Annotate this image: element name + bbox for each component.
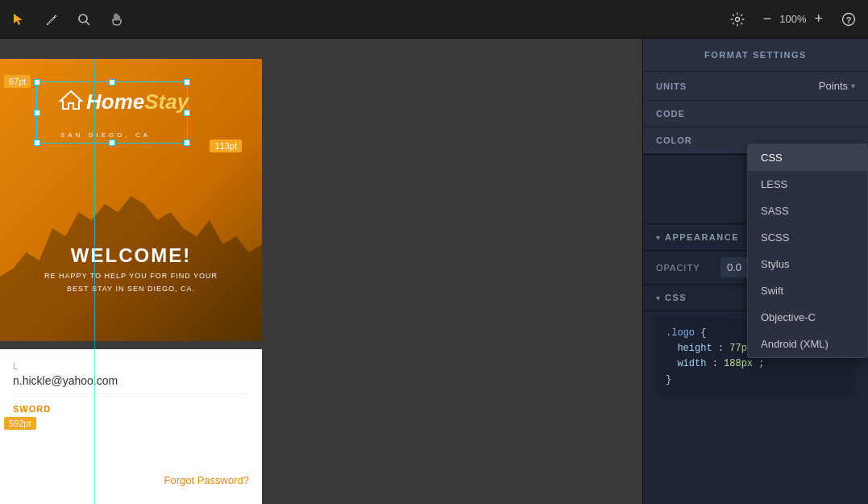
handle-tm[interactable] [109,79,115,85]
hero-section: HomeStay SAN DIEGO, CA 67pt 113pt WELCOM… [0,59,262,341]
css-width-val: 188px [724,358,753,369]
welcome-section: WELCOME! RE HAPPY TO HELP YOU FOR FIND Y… [0,244,262,293]
hand-icon[interactable] [106,10,126,29]
css-close-brace: } [666,374,671,385]
logo-subtitle: SAN DIEGO, CA [60,131,151,139]
css-width-prop: width [677,358,706,369]
dropdown-item-scss[interactable]: SCSS [748,224,867,251]
password-dots: ••• [13,414,249,427]
email-value: n.hickle@yahoo.com [13,374,249,394]
svg-marker-0 [14,14,23,25]
pen-icon[interactable] [42,10,61,29]
css-selector: .logo [666,327,695,339]
welcome-title: WELCOME! [0,244,262,267]
chevron-down-icon-css: ▾ [656,294,660,302]
logo: HomeStay [59,88,189,115]
css-colon-2: : [712,358,724,369]
help-icon[interactable]: ? [839,10,858,29]
units-value[interactable]: Points ▾ [712,80,855,92]
zoom-level: 100% [779,13,806,25]
dropdown-item-objc[interactable]: Objective-C [748,304,867,331]
chevron-down-icon: ▾ [656,233,660,242]
css-open-brace: { [700,327,706,339]
canvas-area[interactable]: HomeStay SAN DIEGO, CA 67pt 113pt WELCOM… [0,39,642,504]
measure-67: 67pt [4,75,31,88]
email-label: L [13,362,249,371]
dropdown-item-less[interactable]: LESS [748,171,867,198]
welcome-subtitle-1: RE HAPPY TO HELP YOU FOR FIND YOUR [0,272,262,280]
house-icon [59,88,83,115]
search-icon[interactable] [74,10,93,29]
settings-icon[interactable] [728,10,747,29]
handle-bm[interactable] [109,140,115,146]
design-preview: HomeStay SAN DIEGO, CA 67pt 113pt WELCOM… [0,59,262,504]
measure-592: 592pt [4,417,36,430]
code-row: CODE [643,101,868,127]
css-height-prop: height [677,343,712,354]
logo-stay: Stay [144,90,189,114]
dropdown-item-swift[interactable]: Swift [748,277,867,304]
units-selected: Points [819,80,848,92]
css-label: CSS [665,293,687,302]
svg-line-2 [86,22,89,25]
dropdown-item-css[interactable]: CSS [748,144,867,171]
svg-text:?: ? [846,15,852,24]
css-semi-2: ; [758,358,764,369]
svg-marker-6 [60,91,81,109]
units-dropdown[interactable]: Points ▾ [819,80,855,92]
color-label: COLOR [656,135,712,145]
main-area: HomeStay SAN DIEGO, CA 67pt 113pt WELCOM… [0,39,868,504]
dropdown-item-sass[interactable]: SASS [748,198,867,224]
dropdown-item-android[interactable]: Android (XML) [748,331,867,357]
zoom-control: − 100% + [760,10,826,27]
toolbar: − 100% + ? [0,0,868,39]
handle-bl[interactable] [34,140,40,146]
css-colon-1: : [718,343,729,354]
crosshair-v-form [94,67,95,504]
logo-container: HomeStay SAN DIEGO, CA [36,81,188,144]
forgot-password-link[interactable]: Forgot Password? [164,474,250,486]
opacity-label: OPACITY [656,263,721,273]
units-label: UNITS [656,81,712,91]
handle-ml[interactable] [34,110,40,116]
dropdown-item-stylus[interactable]: Stylus [748,251,867,277]
right-panel: FORMAT SETTINGS UNITS Points ▾ CODE COLO… [642,39,868,504]
appearance-label: APPEARANCE [665,232,739,242]
form-section: 592pt L n.hickle@yahoo.com SWORD ••• For… [0,349,262,504]
logo-text: HomeStay [86,90,189,115]
handle-tl[interactable] [34,79,40,85]
code-label: CODE [656,109,712,119]
handle-br[interactable] [184,140,190,146]
format-settings-popup: FORMAT SETTINGS UNITS Points ▾ CODE COLO… [643,39,868,155]
measure-113: 113pt [210,140,242,152]
units-row: UNITS Points ▾ [643,72,868,101]
handle-tr[interactable] [184,79,190,85]
zoom-out-button[interactable]: − [760,10,775,27]
popup-title: FORMAT SETTINGS [643,39,868,72]
zoom-in-button[interactable]: + [811,10,826,27]
password-label: SWORD [13,404,249,414]
welcome-subtitle-2: BEST STAY IN SEN DIEGO, CA. [0,285,262,293]
cursor-icon[interactable] [10,10,29,29]
svg-point-1 [79,15,87,23]
chevron-down-icon: ▾ [851,81,855,90]
svg-point-3 [735,17,739,21]
code-dropdown-menu: CSS LESS SASS SCSS Stylus Swift Objectiv… [747,144,868,358]
